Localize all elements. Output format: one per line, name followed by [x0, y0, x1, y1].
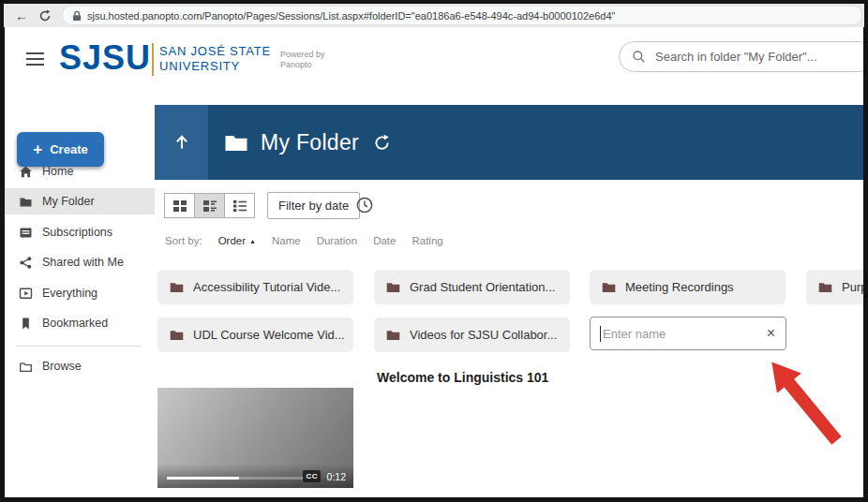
- sidebar-item-label: Home: [42, 165, 73, 178]
- grid-view-button[interactable]: [164, 193, 195, 218]
- refresh-folder-button[interactable]: [373, 134, 391, 152]
- sidebar-divider: [16, 346, 142, 347]
- powered-by-line2: Panopto: [280, 60, 325, 70]
- search-box[interactable]: [619, 41, 863, 72]
- url-text: sjsu.hosted.panopto.com/Panopto/Pages/Se…: [87, 10, 615, 22]
- folder-icon: [19, 195, 33, 209]
- sidebar-item-my-folder[interactable]: My Folder: [5, 188, 155, 214]
- folder-card-label: Purp: [842, 280, 863, 294]
- folder-card[interactable]: UDL Course Welcome Vid...: [157, 317, 353, 352]
- create-button-label: Create: [50, 142, 87, 156]
- sort-by-label: Sort by:: [165, 235, 202, 246]
- new-folder-name-field[interactable]: ×: [590, 317, 786, 350]
- folder-card[interactable]: Grad Student Orientation...: [374, 270, 570, 304]
- sidebar-item-label: My Folder: [42, 195, 95, 208]
- folder-icon: [170, 282, 184, 293]
- search-input[interactable]: [653, 49, 863, 65]
- powered-by: Powered by Panopto: [280, 50, 325, 70]
- captions-badge: CC: [303, 470, 321, 482]
- refresh-icon: [373, 134, 391, 152]
- folder-card[interactable]: Meeting Recordings: [590, 270, 786, 304]
- folder-icon: [602, 282, 616, 293]
- logo-divider: [152, 43, 154, 76]
- folder-icon: [386, 282, 400, 293]
- sidebar-item-home[interactable]: Home: [5, 158, 155, 185]
- panopto-app: SJSU SAN JOSÉ STATE UNIVERSITY Powered b…: [5, 27, 863, 497]
- sort-option-order[interactable]: Order ▲: [218, 235, 256, 246]
- sort-active-label: Order: [218, 235, 246, 246]
- clear-input-button[interactable]: ×: [764, 326, 778, 341]
- sidebar-item-shared-with-me[interactable]: Shared with Me: [5, 249, 155, 275]
- clock-button[interactable]: [353, 194, 376, 216]
- sidebar-item-everything[interactable]: Everything: [5, 280, 155, 306]
- list-view-button[interactable]: [224, 193, 255, 218]
- plus-icon: +: [33, 141, 42, 157]
- folder-title: My Folder: [261, 130, 359, 155]
- sort-option-name[interactable]: Name: [272, 235, 301, 246]
- list-view-icon: [232, 199, 247, 213]
- progress-fill: [167, 477, 239, 480]
- folder-icon: [170, 330, 184, 341]
- subscriptions-icon: [19, 226, 33, 240]
- thumbnail-overlay: [157, 464, 353, 488]
- main-content: My Folder: [155, 89, 863, 497]
- browse-folder-icon: [19, 360, 33, 374]
- powered-by-line1: Powered by: [280, 50, 325, 60]
- tile-view-icon: [202, 199, 217, 213]
- clock-icon: [355, 196, 374, 214]
- university-name-line2: UNIVERSITY: [159, 59, 271, 74]
- sjsu-logo: SJSU: [59, 38, 151, 78]
- address-bar[interactable]: sjsu.hosted.panopto.com/Panopto/Pages/Se…: [62, 6, 862, 25]
- menu-icon[interactable]: [26, 52, 44, 69]
- video-duration: 0:12: [327, 471, 346, 482]
- video-thumbnail[interactable]: CC 0:12: [157, 388, 353, 488]
- sidebar-item-label: Shared with Me: [42, 256, 124, 269]
- folder-card-label: Grad Student Orientation...: [410, 280, 555, 294]
- app-header: SJSU SAN JOSÉ STATE UNIVERSITY Powered b…: [5, 27, 863, 89]
- banner-folder-icon: [224, 133, 248, 153]
- sort-option-duration[interactable]: Duration: [317, 235, 357, 246]
- up-level-button[interactable]: [155, 105, 208, 180]
- sort-ascending-icon: ▲: [249, 238, 256, 244]
- sidebar-item-subscriptions[interactable]: Subscriptions: [5, 219, 155, 245]
- folder-card-label: Videos for SJSU Collabor...: [410, 328, 557, 342]
- sidebar-item-browse[interactable]: Browse: [5, 353, 155, 379]
- sidebar-item-bookmarked[interactable]: Bookmarked: [5, 310, 155, 336]
- university-name: SAN JOSÉ STATE UNIVERSITY: [159, 44, 271, 74]
- folder-card[interactable]: Videos for SJSU Collabor...: [374, 317, 570, 352]
- sort-option-date[interactable]: Date: [373, 235, 396, 246]
- back-icon[interactable]: ←: [15, 9, 28, 22]
- red-arrow-annotation: [748, 358, 846, 447]
- play-screen-icon: [19, 287, 33, 301]
- folder-card-label: Meeting Recordings: [625, 280, 734, 294]
- sort-option-rating[interactable]: Rating: [412, 235, 442, 246]
- sidebar-item-label: Everything: [42, 287, 97, 300]
- folder-icon: [818, 282, 832, 293]
- browser-toolbar: ← sjsu.hosted.panopto.com/Panopto/Pages/…: [4, 4, 864, 27]
- filter-by-date-button[interactable]: Filter by date: [267, 192, 360, 219]
- up-arrow-icon: [172, 133, 191, 152]
- folder-banner: My Folder: [155, 105, 863, 180]
- grid-view-icon: [172, 199, 187, 213]
- filter-by-date-label: Filter by date: [278, 199, 349, 213]
- share-icon: [19, 256, 33, 270]
- lock-icon: [72, 10, 82, 22]
- folder-card-label: UDL Course Welcome Vid...: [193, 328, 345, 342]
- new-folder-name-input[interactable]: [601, 326, 764, 342]
- sidebar: + Create Home My Folder Subscriptions: [5, 89, 155, 497]
- view-toggle-group: [164, 193, 255, 218]
- sidebar-item-label: Bookmarked: [42, 317, 108, 330]
- sidebar-item-label: Subscriptions: [42, 226, 112, 239]
- refresh-icon[interactable]: [38, 9, 52, 22]
- university-name-line1: SAN JOSÉ STATE: [159, 44, 271, 59]
- video-title: Welcome to Linguistics 101: [377, 370, 548, 385]
- tile-view-button[interactable]: [194, 193, 225, 218]
- folder-card-label: Accessibility Tutorial Vide...: [193, 280, 340, 294]
- search-icon: [632, 50, 646, 64]
- folder-card[interactable]: Accessibility Tutorial Vide...: [157, 270, 353, 304]
- home-icon: [19, 165, 33, 179]
- sort-bar: Sort by: Order ▲ Name Duration Date Rati…: [165, 235, 443, 246]
- folder-icon: [386, 330, 400, 341]
- folder-card[interactable]: Purp: [806, 270, 863, 304]
- sidebar-item-label: Browse: [42, 360, 82, 373]
